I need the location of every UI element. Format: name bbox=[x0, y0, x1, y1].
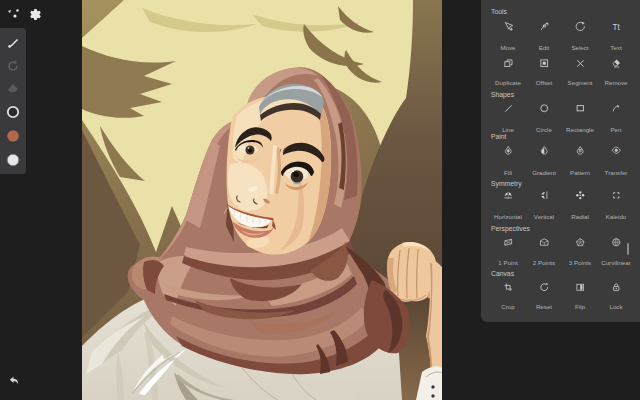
svg-text:Tt: Tt bbox=[612, 23, 620, 32]
